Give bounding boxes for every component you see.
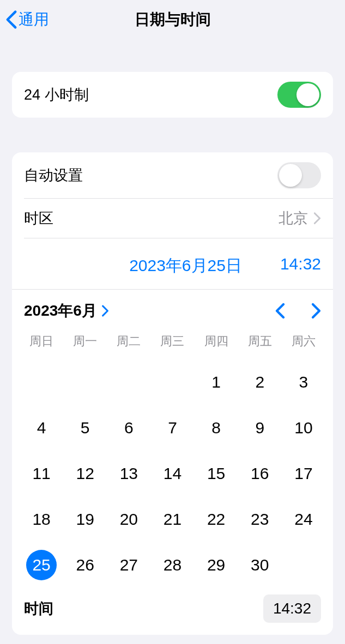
days-grid: 1234567891011121314151617181920212223242… xyxy=(20,357,325,591)
day-cell[interactable]: 8 xyxy=(195,413,238,443)
label-timezone: 时区 xyxy=(24,208,53,228)
day-number: 4 xyxy=(37,419,46,437)
weekday-label: 周日 xyxy=(20,333,63,349)
day-number: 11 xyxy=(32,464,50,483)
row-24hour: 24 小时制 xyxy=(12,72,333,118)
weekday-row: 周日周一周二周三周四周五周六 xyxy=(20,328,325,357)
day-number: 6 xyxy=(124,419,134,437)
day-cell[interactable]: 25 xyxy=(20,550,63,580)
day-cell[interactable]: 17 xyxy=(282,458,325,489)
day-cell[interactable]: 5 xyxy=(63,413,107,443)
time-row: 时间 14:32 xyxy=(20,591,325,629)
weekday-label: 周三 xyxy=(150,333,194,349)
day-cell[interactable]: 4 xyxy=(20,413,63,443)
day-cell[interactable]: 30 xyxy=(238,550,282,580)
day-number: 27 xyxy=(120,556,138,574)
day-number: 15 xyxy=(207,464,225,483)
next-month-button[interactable] xyxy=(311,303,321,319)
day-cell[interactable]: 12 xyxy=(63,458,107,489)
day-cell[interactable]: 14 xyxy=(150,458,194,489)
time-label: 时间 xyxy=(24,599,53,618)
day-cell[interactable]: 24 xyxy=(282,504,325,535)
day-number: 7 xyxy=(168,419,177,437)
time-picker[interactable]: 14:32 xyxy=(263,594,321,623)
chevron-right-icon xyxy=(313,212,321,225)
back-label: 通用 xyxy=(19,9,49,30)
chevron-right-icon xyxy=(101,305,109,317)
day-cell[interactable]: 23 xyxy=(238,504,282,535)
month-nav xyxy=(275,303,321,319)
day-cell[interactable]: 26 xyxy=(63,550,107,580)
prev-month-button[interactable] xyxy=(275,303,285,319)
nav-bar: 通用 日期与时间 xyxy=(0,0,345,39)
timezone-value-container: 北京 xyxy=(279,208,321,228)
day-number: 26 xyxy=(76,556,94,574)
day-number: 9 xyxy=(255,419,264,437)
day-blank xyxy=(107,367,150,397)
day-number: 12 xyxy=(76,464,94,483)
weekday-label: 周一 xyxy=(63,333,107,349)
day-number: 23 xyxy=(251,510,269,529)
day-number: 16 xyxy=(251,464,269,483)
day-cell[interactable]: 27 xyxy=(107,550,150,580)
selected-date[interactable]: 2023年6月25日 xyxy=(129,255,242,277)
month-selector[interactable]: 2023年6月 xyxy=(24,300,109,321)
footer-note: 打开"定位服务"将提高自动时区准确性。 xyxy=(0,635,345,644)
day-cell[interactable]: 13 xyxy=(107,458,150,489)
day-cell[interactable]: 9 xyxy=(238,413,282,443)
day-number: 3 xyxy=(299,373,308,391)
day-cell[interactable]: 2 xyxy=(238,367,282,397)
selected-time[interactable]: 14:32 xyxy=(280,255,321,277)
weekday-label: 周二 xyxy=(107,333,150,349)
date-time-display: 2023年6月25日 14:32 xyxy=(24,238,333,289)
day-number: 22 xyxy=(207,510,225,529)
chevron-left-icon xyxy=(5,10,17,29)
day-cell[interactable]: 18 xyxy=(20,504,63,535)
month-year-label: 2023年6月 xyxy=(24,300,97,321)
day-blank xyxy=(20,367,63,397)
day-cell[interactable]: 6 xyxy=(107,413,150,443)
day-number: 10 xyxy=(294,419,312,437)
day-number: 5 xyxy=(81,419,90,437)
day-cell[interactable]: 7 xyxy=(150,413,194,443)
weekday-label: 周四 xyxy=(195,333,238,349)
label-24hour: 24 小时制 xyxy=(24,85,89,105)
day-number: 25 xyxy=(26,550,57,580)
day-cell[interactable]: 20 xyxy=(107,504,150,535)
back-button[interactable]: 通用 xyxy=(0,9,49,30)
section-24hour: 24 小时制 xyxy=(12,72,333,118)
day-number: 19 xyxy=(76,510,94,529)
row-auto-set: 自动设置 xyxy=(12,152,333,198)
row-timezone[interactable]: 时区 北京 xyxy=(24,199,333,238)
day-number: 28 xyxy=(164,556,181,574)
day-number: 17 xyxy=(294,464,312,483)
day-cell[interactable]: 1 xyxy=(195,367,238,397)
day-number: 20 xyxy=(120,510,138,529)
day-cell[interactable]: 22 xyxy=(195,504,238,535)
day-number: 24 xyxy=(294,510,312,529)
day-number: 21 xyxy=(164,510,181,529)
day-number: 13 xyxy=(120,464,138,483)
label-auto-set: 自动设置 xyxy=(24,165,83,185)
weekday-label: 周五 xyxy=(238,333,282,349)
switch-auto-set[interactable] xyxy=(277,162,321,188)
section-datetime: 自动设置 时区 北京 2023年6月25日 14:32 2023年6月 xyxy=(12,152,333,635)
day-cell[interactable]: 11 xyxy=(20,458,63,489)
day-number: 14 xyxy=(164,464,181,483)
day-cell[interactable]: 21 xyxy=(150,504,194,535)
day-cell[interactable]: 29 xyxy=(195,550,238,580)
page-title: 日期与时间 xyxy=(135,9,211,30)
day-cell[interactable]: 28 xyxy=(150,550,194,580)
day-blank xyxy=(63,367,107,397)
day-cell[interactable]: 16 xyxy=(238,458,282,489)
day-cell[interactable]: 19 xyxy=(63,504,107,535)
switch-24hour[interactable] xyxy=(277,82,321,108)
switch-knob xyxy=(296,83,319,106)
day-number: 2 xyxy=(255,373,264,391)
timezone-value: 北京 xyxy=(279,208,308,228)
day-number: 18 xyxy=(32,510,50,529)
day-cell[interactable]: 3 xyxy=(282,367,325,397)
day-cell[interactable]: 10 xyxy=(282,413,325,443)
day-cell[interactable]: 15 xyxy=(195,458,238,489)
calendar: 2023年6月 周日周一周二周三周四周五周六 12345678910111213… xyxy=(12,289,333,635)
